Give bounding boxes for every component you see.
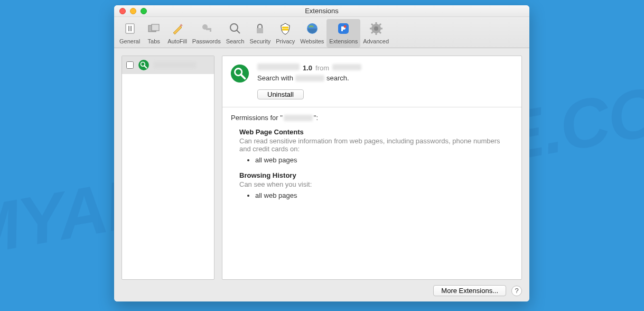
search-icon xyxy=(227,20,244,37)
privacy-icon xyxy=(277,20,294,37)
tab-tabs[interactable]: Tabs xyxy=(143,19,165,48)
extension-magnifier-icon xyxy=(138,59,150,71)
tab-advanced[interactable]: Advanced xyxy=(360,19,391,48)
tab-general[interactable]: General xyxy=(117,19,143,48)
content-area: 1.0 from Search with search. Uninstall xyxy=(114,48,529,301)
detail-header: 1.0 from Search with search. Uninstall xyxy=(222,56,521,107)
svg-point-9 xyxy=(230,24,238,31)
perm-title-suffix: ": xyxy=(314,114,318,122)
window-title: Extensions xyxy=(114,7,529,15)
extension-list-item[interactable] xyxy=(122,56,214,74)
svg-rect-2 xyxy=(130,26,132,31)
tab-label: General xyxy=(119,38,140,44)
search-engine-redacted xyxy=(295,75,324,81)
tab-privacy[interactable]: Privacy xyxy=(273,19,297,48)
passwords-icon xyxy=(198,20,215,37)
tab-label: Advanced xyxy=(363,38,389,44)
svg-line-24 xyxy=(371,32,373,33)
perm-desc: Can read sensitive information from web … xyxy=(239,137,513,153)
svg-line-21 xyxy=(371,24,373,25)
footer-bar: More Extensions... ? xyxy=(122,280,522,296)
advanced-icon xyxy=(368,20,385,37)
perm-item: all web pages xyxy=(255,191,513,199)
tab-label: AutoFill xyxy=(167,38,187,44)
tab-passwords[interactable]: Passwords xyxy=(190,19,223,48)
svg-point-25 xyxy=(138,60,149,70)
svg-line-10 xyxy=(237,30,240,33)
tabs-icon xyxy=(145,20,162,37)
tab-websites[interactable]: Websites xyxy=(297,19,326,48)
perm-head: Browsing History xyxy=(239,171,513,179)
permissions-section: Permissions for " ": Web Page Contents C… xyxy=(222,107,521,213)
detail-title-line: 1.0 from xyxy=(257,63,514,72)
perm-title-prefix: Permissions for " xyxy=(231,114,283,122)
svg-line-23 xyxy=(379,24,381,25)
tab-label: Passwords xyxy=(192,38,221,44)
svg-point-14 xyxy=(344,25,347,28)
extension-list xyxy=(122,56,214,280)
desc-prefix: Search with xyxy=(257,74,293,82)
extension-magnifier-icon xyxy=(230,63,250,84)
tab-extensions[interactable]: Extensions xyxy=(326,19,360,48)
tab-search[interactable]: Search xyxy=(223,19,247,48)
svg-rect-4 xyxy=(152,24,159,31)
websites-icon xyxy=(304,20,321,37)
extensions-icon xyxy=(335,20,352,37)
extension-name-redacted xyxy=(154,62,196,68)
tab-security[interactable]: Security xyxy=(247,19,273,48)
tab-autofill[interactable]: AutoFill xyxy=(165,19,190,48)
security-icon xyxy=(251,20,268,37)
extension-author-redacted xyxy=(332,64,361,70)
tab-label: Tabs xyxy=(148,38,160,44)
permissions-title: Permissions for " ": xyxy=(231,114,513,122)
extension-name-redacted xyxy=(257,63,300,70)
extension-name-redacted xyxy=(284,115,313,121)
perm-head: Web Page Contents xyxy=(239,128,513,136)
window-titlebar: Extensions xyxy=(114,5,529,17)
svg-point-28 xyxy=(231,65,249,83)
tab-label: Websites xyxy=(300,38,324,44)
perm-desc: Can see when you visit: xyxy=(239,180,513,188)
detail-description: Search with search. xyxy=(257,74,514,82)
svg-point-16 xyxy=(374,26,378,31)
preferences-window: Extensions General Tabs AutoFill Passwor… xyxy=(114,5,529,301)
from-label: from xyxy=(315,64,329,72)
svg-line-22 xyxy=(379,32,381,33)
help-button[interactable]: ? xyxy=(511,286,522,296)
tab-label: Privacy xyxy=(276,38,295,44)
extension-detail: 1.0 from Search with search. Uninstall xyxy=(222,56,522,280)
tab-label: Search xyxy=(226,38,245,44)
preferences-toolbar: General Tabs AutoFill Passwords Search xyxy=(114,17,529,48)
svg-rect-1 xyxy=(128,26,129,31)
tab-label: Extensions xyxy=(329,38,358,44)
desc-suffix: search. xyxy=(326,74,349,82)
autofill-icon xyxy=(169,20,185,37)
extension-enable-checkbox[interactable] xyxy=(126,61,134,69)
extension-version: 1.0 xyxy=(303,64,312,72)
general-icon xyxy=(122,20,138,37)
perm-section-history: Browsing History Can see when you visit:… xyxy=(231,171,513,199)
more-extensions-button[interactable]: More Extensions... xyxy=(433,285,506,296)
svg-rect-0 xyxy=(126,24,134,33)
perm-section-webcontents: Web Page Contents Can read sensitive inf… xyxy=(231,128,513,164)
tab-label: Security xyxy=(249,38,270,44)
svg-rect-11 xyxy=(257,28,263,33)
uninstall-button[interactable]: Uninstall xyxy=(257,89,304,99)
svg-rect-8 xyxy=(210,28,211,32)
perm-item: all web pages xyxy=(255,156,513,164)
